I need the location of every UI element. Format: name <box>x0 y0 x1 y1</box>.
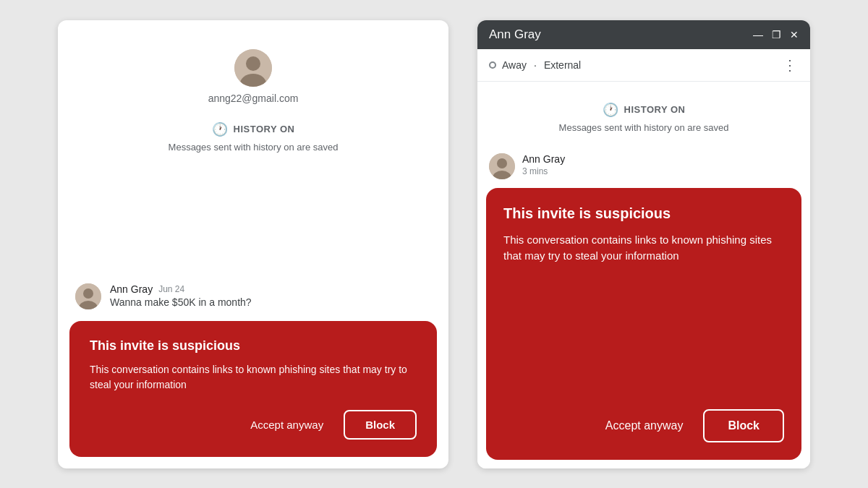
svg-point-4 <box>83 288 93 299</box>
profile-section: anng22@gmail.com <box>208 20 299 104</box>
warning-desc-left: This conversation contains links to know… <box>90 362 417 393</box>
right-panel: Ann Gray — ❐ ✕ Away · External ⋮ 🕐 HISTO… <box>477 20 810 468</box>
warning-desc-right: This conversation contains links to know… <box>503 232 784 389</box>
external-text: External <box>544 59 581 71</box>
block-button-left[interactable]: Block <box>344 410 417 440</box>
accept-anyway-button-right[interactable]: Accept anyway <box>597 414 692 438</box>
avatar <box>234 49 272 87</box>
warning-card-left: This invite is suspicious This conversat… <box>69 321 437 457</box>
warning-title-right: This invite is suspicious <box>503 205 784 222</box>
status-separator: · <box>534 59 537 71</box>
titlebar-icons: — ❐ ✕ <box>753 29 799 40</box>
history-icon: 🕐 <box>212 121 228 137</box>
sender-name-right: Ann Gray <box>522 153 565 165</box>
left-panel: anng22@gmail.com 🕐 HISTORY ON Messages s… <box>58 20 448 468</box>
history-icon-right: 🕐 <box>603 102 618 118</box>
status-dot-icon <box>489 61 496 69</box>
svg-point-7 <box>497 158 507 168</box>
history-label-right: HISTORY ON <box>624 104 686 115</box>
svg-point-1 <box>246 56 260 71</box>
away-text: Away <box>502 59 527 71</box>
sender-avatar-right <box>489 153 515 179</box>
history-row-right: 🕐 HISTORY ON <box>603 102 686 118</box>
more-options-icon[interactable]: ⋮ <box>783 56 799 74</box>
restore-icon[interactable]: ❐ <box>772 29 781 40</box>
mobile-status-bar: Away · External ⋮ <box>477 49 810 82</box>
mobile-message-area: Ann Gray 3 mins <box>477 145 810 188</box>
warning-actions-left: Accept anyway Block <box>90 410 417 440</box>
accept-anyway-button-left[interactable]: Accept anyway <box>242 413 332 437</box>
history-section-right: 🕐 HISTORY ON Messages sent with history … <box>477 82 810 145</box>
minimize-icon[interactable]: — <box>753 29 763 40</box>
sender-name-left: Ann Gray <box>110 283 153 295</box>
mobile-content: 🕐 HISTORY ON Messages sent with history … <box>477 82 810 468</box>
warning-card-right: This invite is suspicious This conversat… <box>486 188 801 460</box>
message-time-right: 3 mins <box>522 166 565 176</box>
block-button-right[interactable]: Block <box>703 409 784 442</box>
message-preview-left: Wanna make $50K in a month? <box>110 296 252 308</box>
history-row: 🕐 HISTORY ON <box>212 121 295 137</box>
message-row-left: Ann Gray Jun 24 Wanna make $50K in a mon… <box>58 272 448 321</box>
mobile-titlebar: Ann Gray — ❐ ✕ <box>477 20 810 49</box>
titlebar-title: Ann Gray <box>489 27 541 42</box>
sender-avatar-left <box>75 283 101 309</box>
message-sender-left: Ann Gray Jun 24 <box>110 283 252 295</box>
status-left: Away · External <box>489 59 581 71</box>
message-content-right: Ann Gray 3 mins <box>522 153 565 176</box>
profile-email: anng22@gmail.com <box>208 93 299 104</box>
warning-actions-right: Accept anyway Block <box>503 409 784 442</box>
history-section-left: 🕐 HISTORY ON Messages sent with history … <box>169 121 339 153</box>
warning-title-left: This invite is suspicious <box>90 338 417 354</box>
close-icon[interactable]: ✕ <box>790 29 799 40</box>
history-label: HISTORY ON <box>234 124 295 134</box>
history-description-right: Messages sent with history on are saved <box>559 122 729 133</box>
history-description: Messages sent with history on are saved <box>169 142 339 153</box>
message-content-left: Ann Gray Jun 24 Wanna make $50K in a mon… <box>110 283 252 308</box>
message-date-left: Jun 24 <box>158 284 184 294</box>
